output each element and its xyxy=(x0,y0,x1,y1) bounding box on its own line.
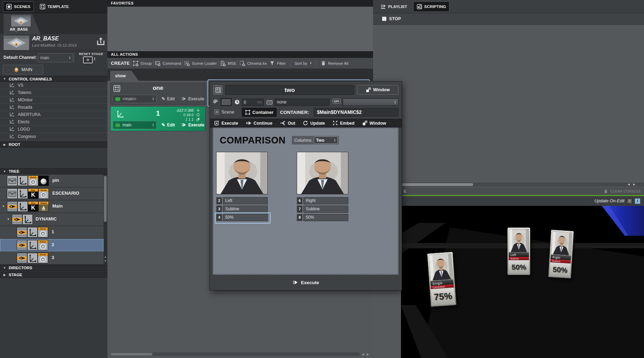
tree-row-2-selected[interactable]: Geom 2 xyxy=(0,239,104,252)
tab-scenes[interactable]: SCENES xyxy=(3,1,34,12)
key-icon[interactable]: KKey xyxy=(28,188,38,199)
stop-row[interactable]: STOP xyxy=(373,13,644,25)
tree-row-pin[interactable]: Geom pin xyxy=(0,174,104,187)
card-one-execute-button[interactable]: Execute xyxy=(181,96,204,101)
filter-button[interactable]: Filter xyxy=(270,61,286,66)
create-chroma-key-button[interactable]: Chroma ke xyxy=(240,61,267,66)
axis-icon[interactable] xyxy=(22,214,33,225)
tab-scene[interactable]: Scene xyxy=(214,109,234,115)
dialog-window-toolbar-button[interactable]: Window xyxy=(362,120,386,126)
axis-icon[interactable] xyxy=(17,188,28,199)
reset-stage-toggle-on[interactable]: I xyxy=(94,57,95,61)
hotkey-field[interactable]: none xyxy=(274,99,329,106)
tab-show[interactable]: show xyxy=(110,71,139,81)
tab-playlist[interactable]: PLAYLIST xyxy=(377,2,410,11)
dialog-continue-button[interactable]: Continue xyxy=(246,120,272,126)
tab-scripting[interactable]: SCRIPTING xyxy=(413,1,450,12)
dialog-template-button[interactable] xyxy=(213,85,222,94)
geometry-icon[interactable]: Geom xyxy=(38,227,48,238)
field-left-title[interactable]: Left xyxy=(223,197,268,204)
channel-row[interactable]: MOnitor xyxy=(0,96,107,104)
scripting-hscrollbar[interactable]: ◀ ▶ xyxy=(401,182,644,187)
tree-row-1[interactable]: Geom 1 xyxy=(0,226,104,239)
create-command-button[interactable]: Command xyxy=(155,61,181,66)
channel-row[interactable]: ABERTURA xyxy=(0,111,107,118)
field-left-subline[interactable]: Subline xyxy=(223,205,268,213)
reset-stage-toggle-off[interactable]: O xyxy=(83,56,93,63)
main-channel-button[interactable]: MAIN xyxy=(3,65,43,75)
container-icon[interactable] xyxy=(7,188,17,199)
container-path-field[interactable]: $Main$DYNAMIC$2 xyxy=(314,108,399,117)
card-one-channel-select[interactable]: <main> xyxy=(113,95,157,103)
control-channels-header[interactable]: ▼ CONTROL CHANNELS xyxy=(0,76,107,82)
remove-all-button[interactable]: Remove All xyxy=(321,61,348,66)
palette-icon[interactable] xyxy=(213,99,218,104)
tab-template[interactable]: TEMPLATE xyxy=(37,2,72,11)
hscrollbar-thumb[interactable] xyxy=(111,353,152,356)
field-right-subline[interactable]: Subline xyxy=(303,205,348,213)
color-swatch[interactable] xyxy=(221,98,232,106)
visibility-icon[interactable] xyxy=(17,227,27,238)
card-one-edit-button[interactable]: ✎Edit xyxy=(161,96,175,101)
visibility-icon[interactable] xyxy=(17,253,27,263)
render-viewport[interactable]: Single Candidate 75% Left Subline 50% Ri… xyxy=(401,206,644,358)
field-right-percent[interactable]: 50% xyxy=(303,214,348,221)
geometry-icon[interactable]: Geom xyxy=(38,253,48,263)
card-group-execute-button[interactable]: Execute xyxy=(181,122,204,127)
caret-down-icon[interactable]: ▼ xyxy=(7,218,10,221)
channel-row[interactable]: Rosada xyxy=(0,104,107,111)
sort-by-button[interactable]: Sort by ▼ xyxy=(295,61,312,65)
geometry-icon[interactable]: Geom xyxy=(38,240,48,250)
axis-icon[interactable] xyxy=(27,240,38,250)
card-group-edit-button[interactable]: ✎Edit xyxy=(161,122,175,127)
hscrollbar-thumb[interactable] xyxy=(402,183,473,186)
actions-hscrollbar[interactable] xyxy=(110,352,360,356)
dialog-title-field[interactable]: two xyxy=(225,85,354,95)
channel-row[interactable]: Electo xyxy=(0,118,107,126)
scroll-right-icon[interactable]: ▶ xyxy=(633,183,635,186)
action-card-one[interactable]: one <main> ✎Edit Execute xyxy=(110,83,206,105)
create-group-button[interactable]: Group xyxy=(133,61,152,66)
sphere-icon[interactable] xyxy=(38,176,49,186)
root-header[interactable]: ▶ ROOT xyxy=(0,141,107,148)
dialog-update-button[interactable]: Update xyxy=(303,120,325,126)
create-mse-button[interactable]: MSE xyxy=(220,61,236,66)
tab-container[interactable]: Container xyxy=(242,108,276,117)
tree-header[interactable]: ▼ TREE xyxy=(0,168,107,174)
delay-field[interactable]: 0 ms xyxy=(242,99,264,106)
tree-row-dynamic[interactable]: ▼ DYNAMIC xyxy=(0,213,104,226)
clear-console-button[interactable]: CLEAR CONSOLE xyxy=(604,189,641,194)
dialog-bottom-execute-button[interactable]: Execute xyxy=(293,280,319,285)
field-right-title[interactable]: Right xyxy=(303,197,348,204)
favorites-area[interactable] xyxy=(107,7,373,51)
container-icon[interactable] xyxy=(7,176,17,186)
dialog-out-button[interactable]: Out xyxy=(280,120,295,126)
channel-row[interactable]: Congreso xyxy=(0,133,107,140)
axis-icon[interactable] xyxy=(17,176,28,186)
axis-icon[interactable] xyxy=(27,253,38,263)
update-toggle-on[interactable]: I xyxy=(635,198,641,204)
axis-icon[interactable] xyxy=(27,227,38,238)
visibility-icon[interactable] xyxy=(12,214,22,225)
dialog-execute-button[interactable]: Execute xyxy=(214,120,238,126)
action-card-group-1[interactable]: 1 -522 0 388 0 34 0 1 1 1 main ✎Edit Exe… xyxy=(110,106,206,131)
scroll-down-icon[interactable]: ▼ xyxy=(104,259,107,263)
columns-select[interactable]: Two xyxy=(314,137,338,144)
key-icon[interactable]: KKey xyxy=(28,201,38,212)
scroll-right-icon[interactable]: ▶ xyxy=(367,353,369,356)
tree-row-escenario[interactable]: KKey Geom ESCENARIO xyxy=(0,187,104,200)
dialog-embed-button[interactable]: Embed xyxy=(333,120,355,126)
channel-row[interactable]: LOGO xyxy=(0,126,107,133)
scroll-left-icon[interactable]: ◀ xyxy=(628,183,630,186)
card-group-channel-select[interactable]: main xyxy=(113,121,157,129)
geometry-icon[interactable]: Geom xyxy=(28,176,38,186)
stage-header[interactable]: ▶ STAGE xyxy=(0,272,107,278)
channel-row[interactable]: Totems xyxy=(0,89,107,96)
tree-row-main[interactable]: ▼ KKey Object Main xyxy=(0,200,104,213)
directors-header[interactable]: ▼ DIRECTORS xyxy=(0,265,107,271)
axis-icon[interactable] xyxy=(17,201,28,212)
caret-down-icon[interactable]: ▼ xyxy=(2,205,5,208)
object-icon[interactable]: Object xyxy=(38,201,49,212)
visibility-icon[interactable] xyxy=(17,240,27,250)
scroll-up-icon[interactable]: ▲ xyxy=(104,255,107,258)
